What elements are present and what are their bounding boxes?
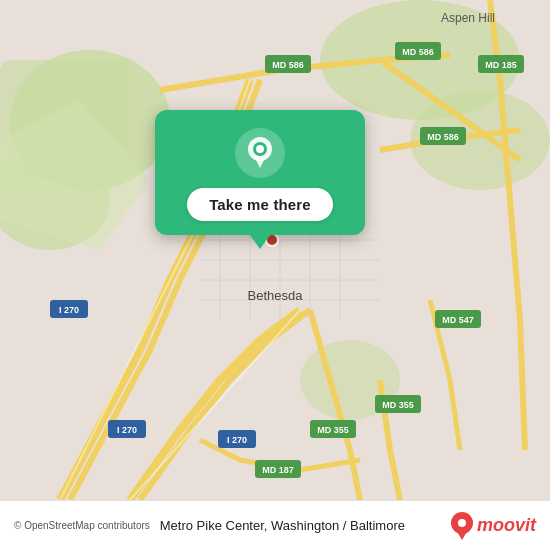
svg-text:I 270: I 270 (117, 425, 137, 435)
map-container: MD 586 MD 586 MD 586 MD 185 I 270 I 270 … (0, 0, 550, 500)
svg-text:Aspen Hill: Aspen Hill (441, 11, 495, 25)
map-background: MD 586 MD 586 MD 586 MD 185 I 270 I 270 … (0, 0, 550, 500)
svg-point-47 (458, 519, 466, 527)
svg-text:MD 547: MD 547 (442, 315, 474, 325)
location-name: Metro Pike Center, Washington / Baltimor… (160, 518, 451, 533)
moovit-logo-text: moovit (477, 515, 536, 536)
svg-text:MD 586: MD 586 (272, 60, 304, 70)
moovit-pin-icon (451, 512, 473, 540)
svg-marker-48 (456, 530, 468, 540)
svg-text:MD 355: MD 355 (382, 400, 414, 410)
moovit-logo: moovit (451, 512, 536, 540)
svg-marker-45 (254, 156, 266, 168)
bottom-bar: © OpenStreetMap contributors Metro Pike … (0, 500, 550, 550)
popup-card: Take me there (155, 110, 365, 235)
svg-text:MD 187: MD 187 (262, 465, 294, 475)
location-icon-wrap (235, 128, 285, 178)
copyright-text: © OpenStreetMap contributors (14, 520, 150, 531)
svg-text:Bethesda: Bethesda (248, 288, 304, 303)
location-pin-icon (245, 136, 275, 170)
svg-text:MD 355: MD 355 (317, 425, 349, 435)
svg-text:I 270: I 270 (227, 435, 247, 445)
svg-text:MD 185: MD 185 (485, 60, 517, 70)
svg-text:MD 586: MD 586 (402, 47, 434, 57)
svg-text:MD 586: MD 586 (427, 132, 459, 142)
take-me-there-button[interactable]: Take me there (187, 188, 333, 221)
svg-point-44 (256, 145, 264, 153)
svg-text:I 270: I 270 (59, 305, 79, 315)
